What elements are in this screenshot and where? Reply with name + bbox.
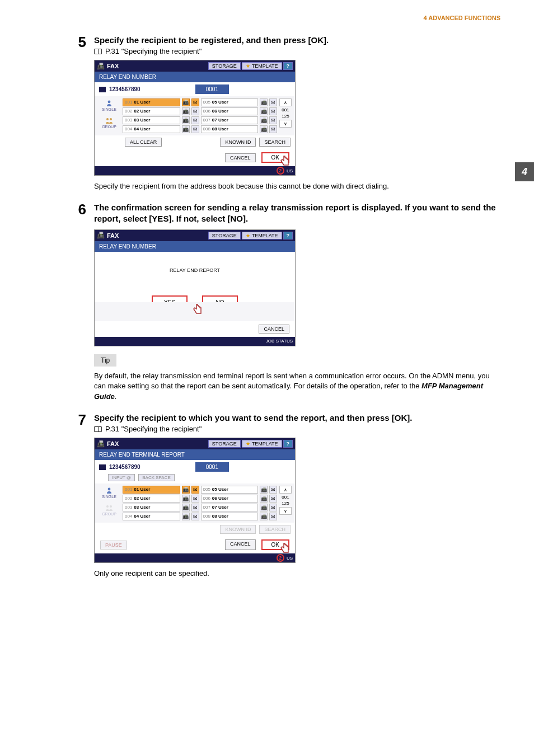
group-label: GROUP xyxy=(102,512,116,516)
fax-dest-icon[interactable]: 📠 xyxy=(260,125,268,133)
address-entry[interactable]: 00101 User xyxy=(123,98,180,106)
fax-dest-icon[interactable]: 📠 xyxy=(260,107,268,115)
fax-dest-icon[interactable]: 📠 xyxy=(182,513,190,520)
address-entry[interactable]: 00808 User xyxy=(201,125,259,133)
header-section-title: 4 ADVANCED FUNCTIONS xyxy=(34,11,500,25)
mail-dest-icon[interactable]: ✉ xyxy=(191,495,199,503)
address-entry[interactable]: 00303 User xyxy=(123,116,180,124)
address-entry[interactable]: 00202 User xyxy=(123,495,180,503)
star-icon: ★ xyxy=(246,441,250,447)
ok-button[interactable]: OK xyxy=(261,152,289,163)
fax-dest-icon[interactable]: 📠 xyxy=(260,504,268,511)
fax-dest-icon[interactable]: 📠 xyxy=(260,495,268,503)
mail-dest-icon[interactable]: ✉ xyxy=(191,125,199,133)
dialog-prompt: RELAY END REPORT xyxy=(95,252,295,273)
ok-label: OK xyxy=(271,542,279,548)
template-button[interactable]: ★TEMPLATE xyxy=(242,232,282,240)
mail-dest-icon[interactable]: ✉ xyxy=(191,107,199,115)
step-7: 7 Specify the recipient to which you wan… xyxy=(73,412,500,433)
template-button[interactable]: ★TEMPLATE xyxy=(242,440,282,448)
fax-icon: 📠 xyxy=(97,232,105,239)
address-entry[interactable]: 00404 User xyxy=(123,125,180,133)
all-clear-button[interactable]: ALL CLEAR xyxy=(125,138,162,147)
step-5: 5 Specify the recipient to be registered… xyxy=(73,35,500,55)
address-entry[interactable]: 00505 User xyxy=(201,486,259,494)
scroll-down-button[interactable]: ∨ xyxy=(279,507,292,515)
scroll-down-button[interactable]: ∨ xyxy=(279,120,292,128)
address-entry[interactable]: 00808 User xyxy=(201,513,259,520)
known-id-button[interactable]: KNOWN ID xyxy=(220,138,256,147)
mail-dest-icon[interactable]: ✉ xyxy=(269,495,277,503)
cancel-button[interactable]: CANCEL xyxy=(225,153,256,162)
mail-dest-icon[interactable]: ✉ xyxy=(191,116,199,124)
fax-dest-icon[interactable]: 📠 xyxy=(182,125,190,133)
tip-label: Tip xyxy=(94,354,116,367)
address-entry[interactable]: 00707 User xyxy=(201,116,259,124)
storage-button[interactable]: STORAGE xyxy=(208,62,241,70)
crossref-text: P.31 "Specifying the recipient" xyxy=(105,425,202,433)
cancel-button[interactable]: CANCEL xyxy=(225,539,256,550)
single-mode-tab[interactable]: SINGLE xyxy=(98,486,120,500)
address-entry[interactable]: 00404 User xyxy=(123,513,180,520)
step-crossref: P.31 "Specifying the recipient" xyxy=(94,425,500,433)
step-number: 6 xyxy=(73,202,86,225)
fax-dest-icon[interactable]: 📠 xyxy=(182,495,190,503)
status-count-icon: 2 xyxy=(277,554,284,562)
help-button[interactable]: ? xyxy=(283,232,293,240)
mail-dest-icon[interactable]: ✉ xyxy=(191,513,199,520)
mail-dest-icon[interactable]: ✉ xyxy=(191,98,199,106)
address-entry[interactable]: 00707 User xyxy=(201,504,259,511)
address-entry[interactable]: 00606 User xyxy=(201,495,259,503)
ok-button[interactable]: OK xyxy=(261,539,289,550)
fax-dest-icon[interactable]: 📠 xyxy=(260,116,268,124)
fax-dest-icon[interactable]: 📠 xyxy=(182,486,190,494)
help-button[interactable]: ? xyxy=(283,62,293,70)
mail-dest-icon[interactable]: ✉ xyxy=(191,504,199,511)
tip-box: Tip By default, the relay transmission e… xyxy=(94,354,500,403)
scroll-up-button[interactable]: ∧ xyxy=(279,98,292,106)
fax-dest-icon[interactable]: 📠 xyxy=(260,486,268,494)
mail-dest-icon[interactable]: ✉ xyxy=(269,504,277,511)
template-label: TEMPLATE xyxy=(252,63,278,69)
single-mode-tab[interactable]: SINGLE xyxy=(98,98,120,112)
fax-small-icon xyxy=(99,87,106,92)
mail-dest-icon[interactable]: ✉ xyxy=(269,98,277,106)
pause-button: PAUSE xyxy=(100,541,127,550)
scroll-up-button[interactable]: ∧ xyxy=(279,486,292,494)
ok-label: OK xyxy=(271,154,279,161)
mail-dest-icon[interactable]: ✉ xyxy=(269,125,277,133)
address-entry[interactable]: 00505 User xyxy=(201,98,259,106)
fax-dest-icon[interactable]: 📠 xyxy=(182,107,190,115)
fax-small-icon xyxy=(99,464,106,470)
fax-dest-icon[interactable]: 📠 xyxy=(260,513,268,520)
mail-dest-icon[interactable]: ✉ xyxy=(269,116,277,124)
fax-dest-icon[interactable]: 📠 xyxy=(182,116,190,124)
address-entry[interactable]: 00303 User xyxy=(123,504,180,511)
help-button[interactable]: ? xyxy=(283,440,293,448)
pointer-hand-icon xyxy=(279,542,292,555)
address-entry[interactable]: 00202 User xyxy=(123,107,180,115)
address-entry[interactable]: 00101 User xyxy=(123,486,180,494)
storage-button[interactable]: STORAGE xyxy=(208,440,241,448)
template-button[interactable]: ★TEMPLATE xyxy=(242,62,282,70)
group-mode-tab[interactable]: GROUP xyxy=(98,116,120,130)
step-title: The confirmation screen for sending a re… xyxy=(94,202,500,225)
mail-dest-icon[interactable]: ✉ xyxy=(269,486,277,494)
fax-dest-icon[interactable]: 📠 xyxy=(260,98,268,106)
mail-dest-icon[interactable]: ✉ xyxy=(269,107,277,115)
storage-button[interactable]: STORAGE xyxy=(208,232,241,240)
page-end: 125 xyxy=(282,501,289,506)
step-crossref: P.31 "Specifying the recipient" xyxy=(94,47,500,55)
group-icon xyxy=(105,117,113,124)
back-space-button[interactable]: BACK SPACE xyxy=(138,474,175,481)
mail-dest-icon[interactable]: ✉ xyxy=(269,513,277,520)
input-at-button[interactable]: INPUT @ xyxy=(108,474,135,481)
fax-dest-icon[interactable]: 📠 xyxy=(182,98,190,106)
address-entry[interactable]: 00606 User xyxy=(201,107,259,115)
fax-number-display: 1234567890 xyxy=(109,464,140,470)
svg-point-5 xyxy=(110,505,112,508)
mail-dest-icon[interactable]: ✉ xyxy=(191,486,199,494)
search-button[interactable]: SEARCH xyxy=(259,138,291,147)
fax-dest-icon[interactable]: 📠 xyxy=(182,504,190,511)
cancel-button[interactable]: CANCEL xyxy=(259,325,289,334)
